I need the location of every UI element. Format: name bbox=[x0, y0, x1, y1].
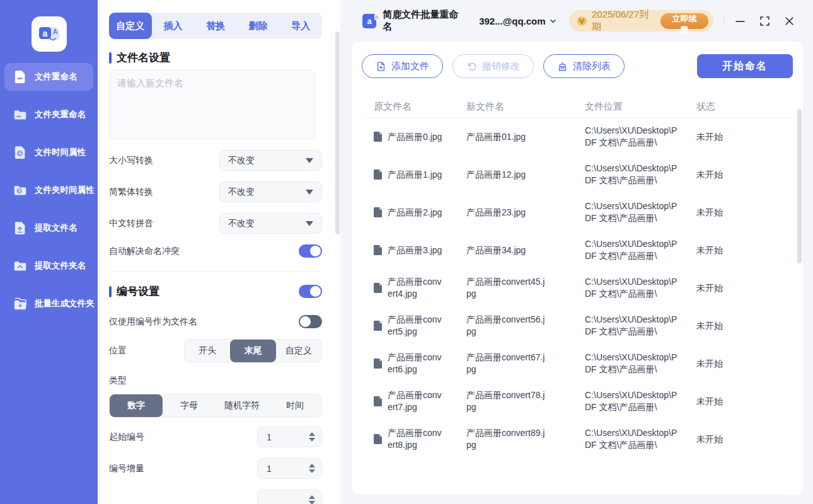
sidebar-item-folder-time[interactable]: 文件夹时间属性 bbox=[4, 176, 93, 204]
new-filename-input[interactable] bbox=[109, 70, 315, 139]
numbering-section-header: 编号设置 bbox=[109, 284, 322, 299]
new-filename: 产品画册23.jpg bbox=[466, 200, 550, 226]
step-down-icon[interactable] bbox=[309, 469, 315, 473]
type-option-letter[interactable]: 字母 bbox=[163, 394, 216, 417]
stepper-arrows[interactable] bbox=[309, 495, 315, 504]
table-row[interactable]: 产品画册0.jpg 产品画册01.jpg C:\Users\XU\Desktop… bbox=[362, 118, 793, 156]
account-menu[interactable]: 392...@qq.com bbox=[479, 16, 556, 26]
settings-panel: 自定义 插入 替换 删除 导入 文件名设置 大小写转换 不改变 简繁体转换 不改… bbox=[98, 0, 340, 504]
column-header-status: 状态 bbox=[696, 101, 793, 113]
table-row[interactable]: 产品画册1.jpg 产品画册12.jpg C:\Users\XU\Desktop… bbox=[362, 156, 793, 193]
new-filename: 产品画册convert89.jpg bbox=[466, 420, 550, 458]
conflict-toggle[interactable] bbox=[299, 244, 322, 258]
sidebar-item-extract-foldername[interactable]: 提取文件夹名 bbox=[4, 252, 93, 280]
sidebar-item-label: 批量生成文件夹 bbox=[35, 298, 95, 309]
file-toolbar: 添加文件 撤销修改 清除列表 开始命名 bbox=[362, 54, 793, 78]
clear-list-button[interactable]: 清除列表 bbox=[543, 54, 625, 78]
case-convert-row: 大小写转换 不改变 bbox=[109, 150, 322, 171]
field-label: 仅使用编号作为文件名 bbox=[109, 316, 197, 328]
tab-import[interactable]: 导入 bbox=[279, 13, 322, 39]
field-label: 简繁体转换 bbox=[109, 186, 153, 198]
simplified-traditional-select[interactable]: 不改变 bbox=[219, 181, 322, 202]
folder-time-icon bbox=[12, 182, 28, 198]
table-row[interactable]: 产品画册convert6.jpg 产品画册convert67.jpg C:\Us… bbox=[362, 345, 793, 382]
type-option-time[interactable]: 时间 bbox=[268, 394, 321, 417]
tab-custom[interactable]: 自定义 bbox=[109, 13, 152, 39]
sidebar-item-extract-filename[interactable]: 提取文件名 bbox=[4, 214, 93, 242]
filename-section-header: 文件名设置 bbox=[109, 50, 322, 65]
table-scrollbar[interactable] bbox=[797, 109, 802, 263]
type-option-number[interactable]: 数字 bbox=[110, 394, 163, 417]
caret-down-icon bbox=[306, 158, 313, 163]
pinyin-convert-row: 中文转拼音 不改变 bbox=[109, 213, 322, 234]
stepper-arrows[interactable] bbox=[309, 464, 315, 473]
toggle-knob bbox=[300, 316, 311, 327]
app-logo-icon: A a bbox=[38, 23, 61, 45]
main-area: aA 简鹿文件批量重命名 392...@qq.com 2025/06/27到期 … bbox=[340, 0, 813, 504]
only-number-toggle[interactable] bbox=[299, 315, 322, 328]
start-number-input[interactable]: 1 bbox=[257, 427, 322, 447]
file-icon bbox=[374, 245, 383, 255]
tab-delete[interactable]: 删除 bbox=[237, 13, 280, 39]
original-filename: 产品画册convert5.jpg bbox=[388, 314, 446, 338]
section-title: 编号设置 bbox=[117, 284, 159, 299]
start-number-row: 起始编号 1 bbox=[109, 427, 322, 447]
file-path: C:\Users\XU\Desktop\PDF 文档\产品画册\ bbox=[585, 345, 679, 382]
titlebar: aA 简鹿文件批量重命名 392...@qq.com 2025/06/27到期 … bbox=[340, 0, 813, 42]
sidebar-nav: 文件重命名 文件夹重命名 文件时间属性 文件夹时间属性 bbox=[0, 63, 98, 318]
stepper-arrows[interactable] bbox=[309, 432, 315, 442]
increment-input[interactable]: 1 bbox=[257, 458, 322, 479]
extract-file-icon bbox=[12, 220, 28, 236]
sidebar-item-file-time[interactable]: 文件时间属性 bbox=[4, 139, 93, 166]
step-up-icon[interactable] bbox=[309, 432, 315, 436]
case-convert-select[interactable]: 不改变 bbox=[219, 150, 322, 171]
table-row[interactable]: 产品画册2.jpg 产品画册23.jpg C:\Users\XU\Desktop… bbox=[362, 193, 793, 231]
position-option-end[interactable]: 末尾 bbox=[230, 340, 275, 362]
table-row[interactable]: 产品画册convert7.jpg 产品画册convert78.jpg C:\Us… bbox=[362, 382, 793, 420]
start-rename-button[interactable]: 开始命名 bbox=[697, 54, 793, 78]
new-filename: 产品画册01.jpg bbox=[466, 124, 550, 150]
table-row[interactable]: 产品画册convert8.jpg 产品画册convert89.jpg C:\Us… bbox=[362, 420, 793, 458]
file-path: C:\Users\XU\Desktop\PDF 文档\产品画册\ bbox=[585, 420, 679, 458]
sidebar-item-label: 提取文件夹名 bbox=[35, 260, 86, 272]
type-option-random[interactable]: 随机字符 bbox=[216, 394, 268, 417]
partial-spinner-input[interactable] bbox=[257, 490, 322, 504]
table-row[interactable]: 产品画册3.jpg 产品画册34.jpg C:\Users\XU\Desktop… bbox=[362, 231, 793, 269]
table-header: 原文件名 新文件名 文件位置 状态 bbox=[362, 96, 793, 117]
new-filename: 产品画册convert78.jpg bbox=[466, 382, 550, 420]
position-option-custom[interactable]: 自定义 bbox=[276, 340, 321, 362]
field-label: 位置 bbox=[109, 345, 127, 357]
close-button[interactable] bbox=[785, 16, 794, 26]
position-row: 位置 开头 末尾 自定义 bbox=[109, 339, 322, 363]
original-filename: 产品画册convert8.jpg bbox=[388, 427, 446, 451]
file-icon bbox=[374, 396, 383, 406]
tab-insert[interactable]: 插入 bbox=[152, 13, 195, 39]
new-filename: 产品画册12.jpg bbox=[466, 162, 550, 188]
tab-replace[interactable]: 替换 bbox=[194, 13, 237, 39]
status-label: 未开始 bbox=[696, 238, 793, 263]
status-label: 未开始 bbox=[696, 275, 793, 301]
sidebar-item-file-rename[interactable]: 文件重命名 bbox=[4, 63, 93, 91]
table-row[interactable]: 产品画册convert4.jpg 产品画册convert45.jpg C:\Us… bbox=[362, 269, 793, 307]
step-up-icon[interactable] bbox=[309, 464, 315, 467]
renew-button[interactable]: 立即续费 bbox=[660, 13, 708, 29]
position-option-start[interactable]: 开头 bbox=[185, 340, 230, 362]
pinyin-convert-select[interactable]: 不改变 bbox=[219, 213, 322, 234]
sidebar-item-folder-rename[interactable]: 文件夹重命名 bbox=[4, 101, 93, 129]
section-title: 文件名设置 bbox=[117, 50, 170, 65]
status-label: 未开始 bbox=[696, 351, 793, 377]
undo-changes-button[interactable]: 撤销修改 bbox=[453, 54, 534, 78]
minimize-icon bbox=[735, 16, 745, 26]
status-label: 未开始 bbox=[696, 389, 793, 415]
settings-scrollbar[interactable] bbox=[335, 32, 340, 234]
new-filename: 产品画册convert45.jpg bbox=[466, 269, 550, 307]
table-row[interactable]: 产品画册convert5.jpg 产品画册convert56.jpg C:\Us… bbox=[362, 307, 793, 345]
status-label: 未开始 bbox=[696, 313, 793, 339]
numbering-toggle[interactable] bbox=[299, 285, 322, 298]
sidebar-item-label: 文件夹重命名 bbox=[35, 109, 86, 120]
add-files-button[interactable]: 添加文件 bbox=[362, 54, 443, 78]
step-down-icon[interactable] bbox=[309, 438, 315, 442]
maximize-button[interactable] bbox=[760, 16, 770, 26]
minimize-button[interactable] bbox=[735, 16, 745, 26]
sidebar-item-batch-create-folder[interactable]: 批量生成文件夹 bbox=[4, 290, 93, 318]
